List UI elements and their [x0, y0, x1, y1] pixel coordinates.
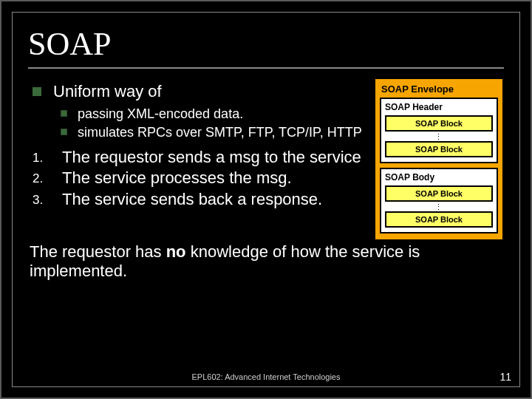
soap-block: SOAP Block — [385, 211, 493, 228]
square-bullet-icon — [61, 110, 67, 117]
soap-body-box: SOAP Body SOAP Block ⋮ SOAP Block — [380, 168, 498, 233]
numbered-list: 1. The requestor sends a msg to the serv… — [33, 148, 365, 209]
page-number: 11 — [499, 371, 511, 383]
item-number: 2. — [33, 168, 49, 186]
text-content: Uniform way of passing XML-encoded data.… — [28, 76, 365, 241]
ellipsis-icon: ⋮ — [385, 134, 493, 139]
ellipsis-icon: ⋮ — [385, 205, 493, 209]
footer-text: EPL602: Advanced Internet Technologies — [1, 372, 531, 381]
sub-bullet-text: simulates RPCs over SMTP, FTP, TCP/IP, H… — [78, 124, 362, 141]
soap-block: SOAP Block — [385, 115, 493, 132]
envelope-label: SOAP Envelope — [380, 82, 498, 98]
item-text: The service sends back a response. — [62, 190, 322, 209]
slide: SOAP Uniform way of passing XML-encoded … — [0, 0, 532, 399]
soap-envelope-diagram: SOAP Envelope SOAP Header SOAP Block ⋮ S… — [374, 78, 504, 241]
list-item: 2. The service processes the msg. — [33, 168, 365, 188]
sub-bullet-text: passing XML-encoded data. — [78, 106, 243, 123]
closing-pre: The requestor has — [30, 242, 166, 261]
soap-block: SOAP Block — [385, 141, 493, 157]
header-label: SOAP Header — [385, 102, 493, 112]
content-row: Uniform way of passing XML-encoded data.… — [16, 76, 516, 241]
list-item: 3. The service sends back a response. — [33, 190, 365, 209]
closing-text: The requestor has no knowledge of how th… — [30, 242, 504, 282]
item-text: The service processes the msg. — [62, 168, 292, 188]
square-bullet-icon — [61, 129, 67, 135]
list-item: 1. The requestor sends a msg to the serv… — [33, 148, 365, 167]
slide-title: SOAP — [28, 25, 516, 63]
sub-bullet: simulates RPCs over SMTP, FTP, TCP/IP, H… — [61, 124, 365, 141]
bullet-text: Uniform way of — [53, 82, 162, 101]
soap-block: SOAP Block — [385, 185, 493, 202]
closing-bold: no — [166, 242, 186, 261]
sub-bullet: passing XML-encoded data. — [61, 106, 365, 123]
square-bullet-icon — [33, 87, 41, 96]
item-text: The requestor sends a msg to the service — [62, 148, 361, 167]
item-number: 3. — [33, 190, 49, 208]
title-divider — [28, 67, 504, 69]
soap-header-box: SOAP Header SOAP Block ⋮ SOAP Block — [380, 98, 498, 163]
item-number: 1. — [33, 148, 49, 166]
bullet-uniform-way: Uniform way of — [33, 82, 365, 101]
soap-envelope-box: SOAP Envelope SOAP Header SOAP Block ⋮ S… — [374, 78, 504, 241]
sub-bullet-list: passing XML-encoded data. simulates RPCs… — [61, 106, 365, 140]
body-label: SOAP Body — [385, 172, 493, 183]
